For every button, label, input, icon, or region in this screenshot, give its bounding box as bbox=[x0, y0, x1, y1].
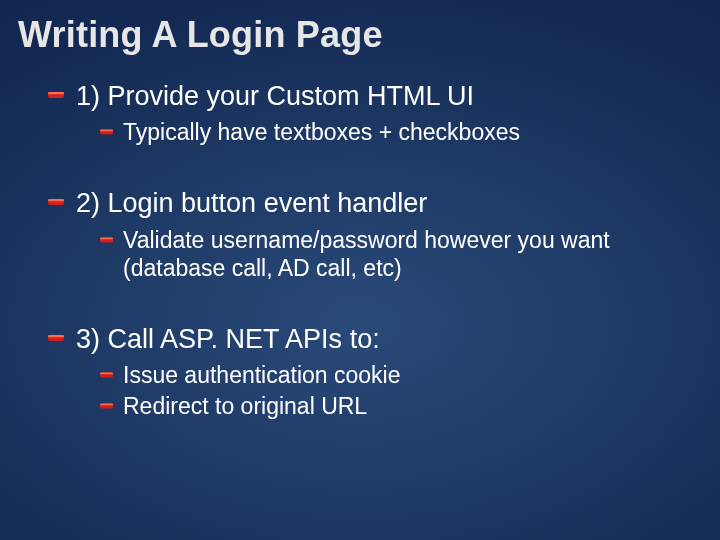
bullet-level2-text: Issue authentication cookie bbox=[123, 361, 400, 390]
slide-content: 1) Provide your Custom HTML UI Typically… bbox=[0, 56, 720, 421]
bullet-level2: Validate username/password however you w… bbox=[100, 226, 680, 284]
bullet-level1-text: 1) Provide your Custom HTML UI bbox=[76, 80, 474, 112]
bullet-level1: 3) Call ASP. NET APIs to: bbox=[48, 323, 680, 355]
bullet-level2-text: Validate username/password however you w… bbox=[123, 226, 643, 284]
bullet-level1-text: 3) Call ASP. NET APIs to: bbox=[76, 323, 380, 355]
bullet-level1: 1) Provide your Custom HTML UI bbox=[48, 80, 680, 112]
svg-rect-1 bbox=[48, 92, 64, 94]
bullet-dash-icon bbox=[48, 196, 64, 208]
bullet-dash-icon bbox=[100, 370, 113, 380]
sub-bullet-group: Typically have textboxes + checkboxes bbox=[48, 118, 680, 147]
sub-bullet-group: Validate username/password however you w… bbox=[48, 226, 680, 284]
svg-rect-3 bbox=[100, 130, 113, 132]
slide-title: Writing A Login Page bbox=[0, 0, 720, 56]
bullet-dash-icon bbox=[48, 89, 64, 101]
spacer bbox=[48, 147, 680, 169]
svg-rect-5 bbox=[48, 199, 64, 201]
spacer bbox=[48, 283, 680, 305]
sub-bullet-group: Issue authentication cookie Redirect to … bbox=[48, 361, 680, 421]
bullet-dash-icon bbox=[100, 401, 113, 411]
bullet-level2-text: Redirect to original URL bbox=[123, 392, 367, 421]
bullet-dash-icon bbox=[48, 332, 64, 344]
bullet-dash-icon bbox=[100, 127, 113, 137]
slide: Writing A Login Page 1) Provide your Cus… bbox=[0, 0, 720, 540]
bullet-dash-icon bbox=[100, 235, 113, 245]
svg-rect-9 bbox=[48, 335, 64, 337]
svg-rect-7 bbox=[100, 237, 113, 239]
bullet-level2: Redirect to original URL bbox=[100, 392, 680, 421]
bullet-level2: Typically have textboxes + checkboxes bbox=[100, 118, 680, 147]
bullet-level1: 2) Login button event handler bbox=[48, 187, 680, 219]
bullet-level2-text: Typically have textboxes + checkboxes bbox=[123, 118, 520, 147]
svg-rect-11 bbox=[100, 373, 113, 375]
svg-rect-13 bbox=[100, 404, 113, 406]
bullet-level2: Issue authentication cookie bbox=[100, 361, 680, 390]
bullet-level1-text: 2) Login button event handler bbox=[76, 187, 427, 219]
